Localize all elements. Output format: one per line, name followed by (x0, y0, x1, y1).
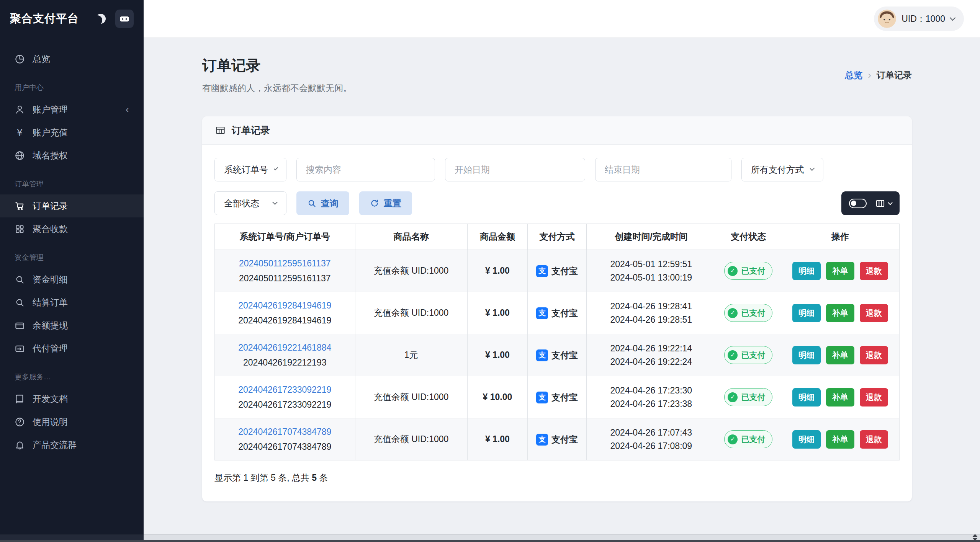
sidebar-item-dev-docs[interactable]: 开发文档 (0, 387, 144, 410)
yen-icon: ¥ (15, 127, 25, 138)
page-title: 订单记录 (202, 56, 352, 75)
sidebar-nav: 总览用户中心账户管理‹¥账户充值域名授权订单管理订单记录聚合收款资金管理资金明细… (0, 38, 144, 542)
status-cell: ✓已支付 (716, 334, 781, 376)
order-no-link[interactable]: 2024042617233092219 (219, 383, 350, 397)
filter-row-2: 全部状态 查询 重置 (214, 191, 900, 215)
table-row: 20240426172330922192024042617233092219充值… (215, 376, 900, 418)
table-row: 2024042619221461884202404261922121931元¥ … (215, 334, 900, 376)
column-header: 商品名称 (355, 224, 467, 250)
completed-time: 2024-04-26 17:23:38 (591, 397, 711, 411)
sidebar-section-label: 更多服务… (0, 360, 144, 387)
order-no-cell: 20240426172330922192024042617233092219 (215, 376, 355, 418)
end-date-input[interactable] (595, 158, 731, 181)
pay-method-cell: 支支付宝 (528, 334, 587, 376)
order-field-select[interactable]: 系统订单号 (214, 158, 286, 181)
detail-button[interactable]: 明细 (792, 304, 821, 322)
product-cell: 充值余额 UID:1000 (355, 376, 467, 418)
sidebar-item-product-group[interactable]: 产品交流群 (0, 433, 144, 456)
supplement-button[interactable]: 补单 (826, 262, 854, 280)
product-cell: 充值余额 UID:1000 (355, 292, 467, 334)
supplement-button[interactable]: 补单 (826, 304, 854, 322)
refresh-icon (370, 199, 379, 208)
status-cell: ✓已支付 (716, 292, 781, 334)
column-header: 支付方式 (528, 224, 587, 250)
created-time: 2024-04-26 19:28:41 (591, 300, 711, 313)
user-menu[interactable]: UID：1000 (874, 7, 964, 31)
gamepad-icon (118, 13, 131, 25)
overview-icon (15, 54, 25, 64)
actions-cell: 明细补单退款 (781, 418, 899, 460)
supplement-button[interactable]: 补单 (826, 388, 854, 406)
order-no-cell: 202404261922146188420240426192212193 (215, 334, 355, 376)
detail-button[interactable]: 明细 (792, 346, 821, 364)
sidebar-item-balance-withdraw[interactable]: 余额提现 (0, 314, 144, 337)
user-icon (15, 104, 25, 115)
created-time: 2024-04-26 17:07:43 (591, 426, 711, 439)
completed-time: 2024-04-26 19:28:51 (591, 313, 711, 327)
brand-title: 聚合支付平台 (10, 11, 79, 26)
main-area: UID：1000 订单记录 有幽默感的人，永远都不会默默无闻。 总览 › 订单记… (144, 0, 980, 542)
completed-time: 2024-04-26 17:08:09 (591, 439, 711, 453)
detail-button[interactable]: 明细 (792, 388, 821, 406)
order-no-link[interactable]: 2024050112595161137 (219, 257, 350, 270)
supplement-button[interactable]: 补单 (826, 346, 854, 364)
sidebar-item-order-records[interactable]: 订单记录 (0, 194, 144, 217)
product-cell: 充值余额 UID:1000 (355, 250, 467, 292)
sidebar-item-settlement-orders[interactable]: 结算订单 (0, 291, 144, 314)
refund-button[interactable]: 退款 (860, 388, 888, 406)
reset-button[interactable]: 重置 (359, 191, 412, 215)
sidebar-item-fund-details[interactable]: 资金明细 (0, 268, 144, 291)
columns-icon (875, 198, 885, 209)
refund-button[interactable]: 退款 (860, 262, 888, 280)
columns-dropdown[interactable] (875, 198, 892, 209)
amount-cell: ¥ 1.00 (467, 418, 527, 460)
sidebar-item-domain-auth[interactable]: 域名授权 (0, 144, 144, 167)
detail-button[interactable]: 明细 (792, 430, 821, 449)
time-cell: 2024-05-01 12:59:512024-05-01 13:00:19 (586, 250, 716, 292)
moon-icon (96, 14, 106, 24)
sidebar-item-account-management[interactable]: 账户管理‹ (0, 98, 144, 121)
grid-icon (15, 224, 25, 234)
breadcrumb-current: 订单记录 (877, 69, 912, 81)
refund-button[interactable]: 退款 (860, 346, 888, 364)
column-header: 创建时间/完成时间 (586, 224, 716, 250)
dark-mode-toggle[interactable] (92, 10, 110, 28)
pay-method-select[interactable]: 所有支付方式 (741, 158, 823, 181)
refund-button[interactable]: 退款 (860, 304, 888, 322)
page-content: 订单记录 有幽默感的人，永远都不会默默无闻。 总览 › 订单记录 订单记录 (144, 38, 980, 542)
orders-card: 订单记录 系统订单号 所有支付方式 (202, 116, 912, 501)
bell-icon (15, 440, 25, 450)
order-no-link[interactable]: 2024042619221461884 (219, 341, 350, 354)
time-cell: 2024-04-26 17:23:302024-04-26 17:23:38 (586, 376, 716, 418)
table-icon (215, 125, 226, 136)
pay-method-cell: 支支付宝 (528, 292, 587, 334)
supplement-button[interactable]: 补单 (826, 430, 854, 449)
sidebar-item-usage-guide[interactable]: 使用说明 (0, 410, 144, 433)
breadcrumb-separator-icon: › (868, 69, 871, 81)
pay-method-cell: 支支付宝 (528, 418, 587, 460)
sidebar-item-overview[interactable]: 总览 (0, 47, 144, 70)
detail-button[interactable]: 明细 (792, 262, 821, 280)
horizontal-scrollbar[interactable] (0, 534, 980, 540)
sidebar-item-account-recharge[interactable]: ¥账户充值 (0, 121, 144, 144)
card-arrow-icon (15, 343, 25, 354)
order-no-link[interactable]: 2024042617074384789 (219, 425, 350, 439)
card-body: 系统订单号 所有支付方式 全部状态 (202, 145, 912, 501)
amount-cell: ¥ 1.00 (467, 292, 527, 334)
merchant-no: 20240426192212193 (219, 356, 350, 369)
appearance-toggle[interactable] (115, 10, 134, 28)
status-cell: ✓已支付 (716, 418, 781, 460)
scroll-up-icon (972, 534, 978, 537)
search-input[interactable] (296, 158, 435, 181)
status-badge: ✓已支付 (724, 304, 772, 322)
sidebar-item-payout-management[interactable]: 代付管理 (0, 337, 144, 360)
start-date-input[interactable] (445, 158, 585, 181)
refund-button[interactable]: 退款 (860, 430, 888, 449)
query-button[interactable]: 查询 (296, 191, 349, 215)
fullscreen-toggle[interactable] (849, 199, 867, 208)
sidebar-item-aggregate-collection[interactable]: 聚合收款 (0, 217, 144, 240)
order-no-link[interactable]: 2024042619284194619 (219, 299, 350, 312)
status-select[interactable]: 全部状态 (214, 191, 286, 215)
breadcrumb: 总览 › 订单记录 (845, 69, 912, 81)
breadcrumb-root-link[interactable]: 总览 (845, 69, 862, 81)
